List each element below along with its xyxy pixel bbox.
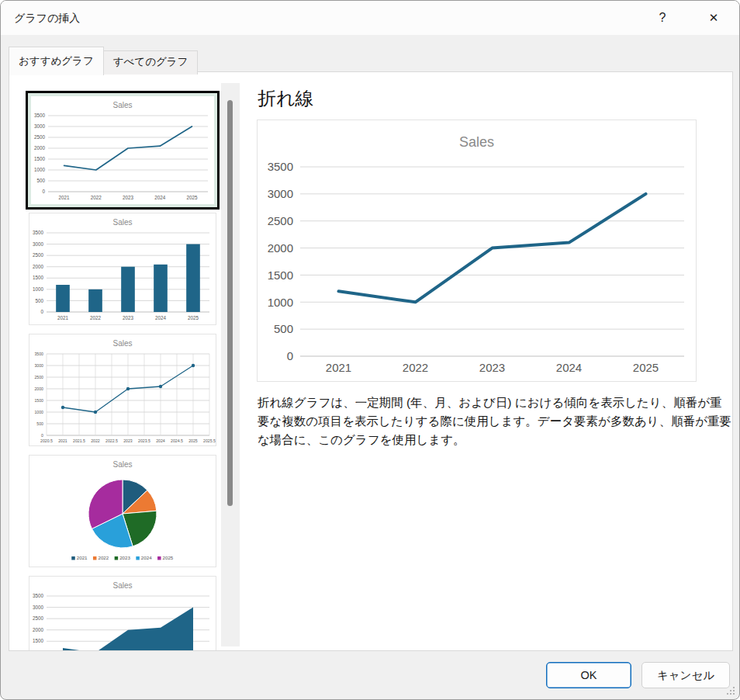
svg-text:2024: 2024 bbox=[556, 361, 582, 374]
svg-text:2022: 2022 bbox=[403, 361, 428, 374]
svg-text:Sales: Sales bbox=[112, 101, 132, 109]
svg-text:3500: 3500 bbox=[33, 230, 44, 235]
thumbnail-pie-chart[interactable]: Sales20212022202320242025 bbox=[29, 455, 216, 567]
svg-text:0: 0 bbox=[40, 309, 43, 314]
svg-text:2023.5: 2023.5 bbox=[138, 438, 150, 443]
svg-text:500: 500 bbox=[36, 421, 43, 426]
svg-text:1500: 1500 bbox=[268, 269, 293, 282]
svg-text:2021: 2021 bbox=[326, 361, 351, 374]
help-icon[interactable]: ? bbox=[649, 5, 676, 30]
svg-text:2021: 2021 bbox=[77, 555, 88, 560]
svg-text:500: 500 bbox=[35, 298, 43, 303]
svg-text:1000: 1000 bbox=[268, 296, 293, 309]
svg-text:2021: 2021 bbox=[57, 315, 69, 321]
thumbnail-scatter-chart-preview: Sales05001000150020002500300035002020.52… bbox=[29, 334, 216, 445]
svg-text:0: 0 bbox=[41, 433, 43, 438]
chart-type-heading: 折れ線 bbox=[258, 86, 314, 111]
tab-all-charts[interactable]: すべてのグラフ bbox=[103, 50, 199, 75]
thumbnail-pie-chart-preview: Sales20212022202320242025 bbox=[29, 456, 216, 567]
svg-text:2022: 2022 bbox=[91, 438, 100, 443]
svg-text:2500: 2500 bbox=[268, 214, 293, 227]
svg-text:2021: 2021 bbox=[58, 438, 67, 443]
svg-text:2025: 2025 bbox=[163, 555, 174, 560]
svg-text:3500: 3500 bbox=[34, 352, 43, 356]
svg-text:2024.5: 2024.5 bbox=[171, 438, 183, 443]
svg-text:1500: 1500 bbox=[33, 275, 44, 280]
svg-text:2022: 2022 bbox=[98, 555, 109, 560]
thumbnail-line-chart[interactable]: Sales05001000150020002500300035002021202… bbox=[26, 91, 220, 210]
svg-text:1500: 1500 bbox=[34, 398, 43, 403]
chart-preview: Sales05001000150020002500300035002021202… bbox=[258, 120, 696, 381]
svg-text:2023: 2023 bbox=[479, 361, 505, 374]
resize-grip[interactable] bbox=[726, 686, 735, 695]
svg-text:1000: 1000 bbox=[33, 650, 44, 650]
svg-text:2000: 2000 bbox=[33, 627, 44, 632]
svg-text:2021: 2021 bbox=[59, 195, 71, 200]
svg-text:2023: 2023 bbox=[123, 195, 134, 200]
svg-text:3500: 3500 bbox=[34, 113, 46, 118]
svg-text:1500: 1500 bbox=[34, 156, 46, 161]
svg-text:500: 500 bbox=[36, 178, 45, 183]
svg-text:2500: 2500 bbox=[34, 375, 43, 379]
chart-type-description: 折れ線グラフは、一定期間 (年、月、および日) における傾向を表示したり、順番が… bbox=[258, 393, 734, 449]
svg-text:2022.5: 2022.5 bbox=[105, 438, 118, 443]
svg-text:3500: 3500 bbox=[268, 160, 293, 173]
scrollbar-thumb[interactable] bbox=[227, 100, 233, 506]
thumbnail-column-chart[interactable]: Sales05001000150020002500300035002021202… bbox=[29, 213, 216, 325]
svg-text:2022: 2022 bbox=[91, 195, 102, 200]
svg-text:3000: 3000 bbox=[33, 605, 44, 610]
svg-text:1000: 1000 bbox=[34, 167, 46, 172]
svg-text:Sales: Sales bbox=[459, 134, 494, 150]
insert-chart-dialog: グラフの挿入 ? ✕ おすすめグラフ すべてのグラフ Sales05001000… bbox=[0, 0, 740, 700]
svg-text:500: 500 bbox=[274, 322, 293, 335]
svg-text:3000: 3000 bbox=[34, 123, 46, 129]
dialog-title: グラフの挿入 bbox=[14, 1, 80, 35]
svg-text:2500: 2500 bbox=[34, 134, 46, 140]
svg-text:2025: 2025 bbox=[188, 438, 198, 443]
svg-text:2024: 2024 bbox=[154, 195, 166, 200]
chart-thumbnail-list: Sales05001000150020002500300035002021202… bbox=[9, 72, 226, 650]
svg-text:Sales: Sales bbox=[112, 218, 132, 227]
tab-recommended-charts[interactable]: おすすめグラフ bbox=[9, 47, 104, 75]
svg-text:2024: 2024 bbox=[141, 555, 152, 560]
svg-text:2023: 2023 bbox=[123, 438, 133, 443]
svg-text:2022: 2022 bbox=[90, 315, 102, 321]
svg-text:2021.5: 2021.5 bbox=[73, 438, 85, 443]
title-bar: グラフの挿入 ? ✕ bbox=[1, 1, 739, 35]
svg-text:2000: 2000 bbox=[33, 264, 44, 269]
svg-text:3000: 3000 bbox=[268, 187, 293, 200]
ok-button[interactable]: OK bbox=[546, 662, 631, 688]
svg-text:2000: 2000 bbox=[34, 145, 46, 151]
svg-text:1000: 1000 bbox=[34, 410, 43, 414]
svg-text:Sales: Sales bbox=[112, 460, 132, 469]
tab-strip: おすすめグラフ すべてのグラフ bbox=[9, 46, 198, 75]
svg-text:Sales: Sales bbox=[112, 339, 132, 348]
svg-text:2025: 2025 bbox=[633, 361, 659, 374]
svg-text:1000: 1000 bbox=[33, 286, 44, 292]
close-icon[interactable]: ✕ bbox=[700, 5, 727, 30]
content-panel: Sales05001000150020002500300035002021202… bbox=[9, 71, 733, 651]
svg-text:2023: 2023 bbox=[119, 555, 130, 560]
cancel-button[interactable]: キャンセル bbox=[641, 662, 730, 688]
svg-text:2025: 2025 bbox=[188, 315, 199, 321]
svg-text:2000: 2000 bbox=[268, 241, 293, 255]
chart-preview-frame: Sales05001000150020002500300035002021202… bbox=[257, 120, 697, 382]
svg-text:3500: 3500 bbox=[33, 593, 44, 598]
svg-text:2023: 2023 bbox=[123, 315, 134, 321]
svg-text:3000: 3000 bbox=[34, 363, 43, 368]
thumbnail-area-chart-preview: Sales05001000150020002500300035002021202… bbox=[29, 577, 216, 650]
svg-text:2500: 2500 bbox=[33, 615, 44, 621]
svg-text:2024: 2024 bbox=[155, 315, 167, 321]
thumbnail-line-chart-preview: Sales05001000150020002500300035002021202… bbox=[31, 96, 214, 204]
svg-text:2000: 2000 bbox=[34, 386, 43, 391]
thumbnail-column-chart-preview: Sales05001000150020002500300035002021202… bbox=[29, 213, 216, 324]
thumbnail-area-chart[interactable]: Sales05001000150020002500300035002021202… bbox=[29, 576, 216, 650]
thumbnail-scrollbar[interactable] bbox=[221, 83, 240, 646]
svg-text:2500: 2500 bbox=[33, 252, 44, 258]
svg-text:2024: 2024 bbox=[156, 438, 165, 443]
svg-text:2025: 2025 bbox=[186, 195, 198, 200]
svg-text:0: 0 bbox=[42, 189, 45, 194]
svg-text:0: 0 bbox=[287, 349, 293, 362]
svg-text:3000: 3000 bbox=[33, 241, 44, 247]
thumbnail-scatter-chart[interactable]: Sales05001000150020002500300035002020.52… bbox=[29, 334, 216, 446]
